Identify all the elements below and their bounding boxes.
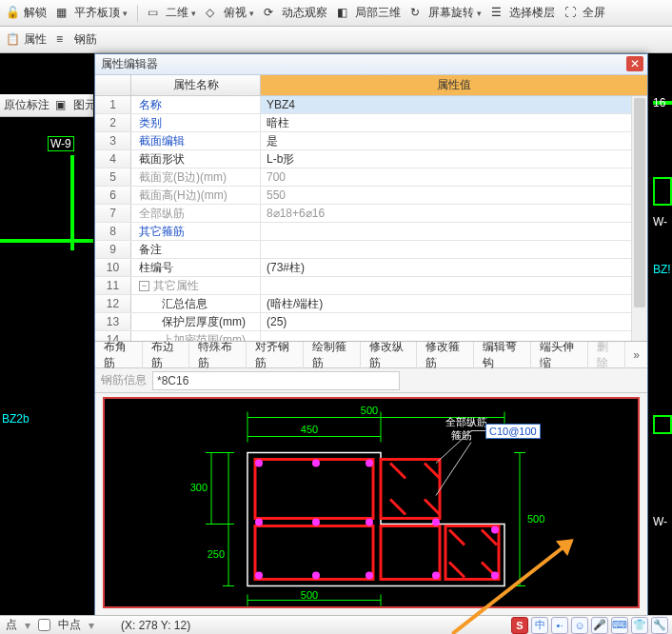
close-button[interactable]: ✕ — [626, 56, 643, 71]
property-row[interactable]: 1名称YBZ4 — [95, 96, 647, 114]
section-canvas[interactable]: 500 450 300 250 500 500 — [103, 397, 640, 608]
ime-sogou-icon[interactable]: S — [511, 617, 528, 634]
orbit-button[interactable]: ⟳动态观察 — [264, 5, 327, 21]
property-value[interactable] — [261, 223, 647, 240]
property-name: 类别 — [131, 114, 261, 131]
property-name: 柱编号 — [131, 259, 261, 276]
svg-point-39 — [312, 519, 320, 526]
svg-line-31 — [449, 530, 464, 545]
cad-viewport-left[interactable]: W-9 BZ2b — [0, 117, 93, 615]
svg-line-30 — [425, 500, 440, 515]
tab-corner-bar[interactable]: 布角筋 — [95, 342, 143, 368]
midpoint-checkbox[interactable] — [38, 619, 50, 631]
property-row[interactable]: 5截面宽(B边)(mm)700 — [95, 168, 647, 187]
tree-toggle-icon[interactable]: − — [139, 281, 149, 291]
ime-tool-icon[interactable]: 🔧 — [651, 617, 668, 634]
fullscreen-button[interactable]: ⛶全屏 — [564, 5, 605, 21]
rebar-info-input[interactable] — [152, 371, 400, 390]
ime-emoji-icon[interactable]: ☺ — [571, 617, 588, 634]
scroll-thumb[interactable] — [634, 98, 645, 307]
grid-body[interactable]: 1名称YBZ42类别暗柱3截面编辑是4截面形状L-b形5截面宽(B边)(mm)7… — [95, 96, 647, 342]
ime-keyboard-icon[interactable]: ⌨ — [611, 617, 628, 634]
ime-lang-button[interactable]: 中 — [531, 617, 548, 634]
tab-delete[interactable]: 删除 — [588, 342, 625, 368]
row-number: 7 — [95, 205, 131, 222]
property-name: 保护层厚度(mm) — [131, 313, 261, 330]
main-toolbar-1: 🔓解锁 ▦平齐板顶▾ ▭二维▾ ◇俯视▾ ⟳动态观察 ◧局部三维 ↻屏幕旋转▾ … — [0, 0, 672, 27]
property-value[interactable]: 8⌀18+6⌀16 — [261, 205, 647, 222]
ime-punct-icon[interactable]: •· — [551, 617, 568, 634]
property-value[interactable]: 是 — [261, 132, 647, 149]
dialog-title: 属性编辑器 — [101, 56, 158, 72]
property-value[interactable]: 550 — [261, 187, 647, 204]
property-value[interactable]: YBZ4 — [261, 96, 647, 113]
cad-label-2: BZ2b — [2, 412, 30, 426]
rebar-icon: ≡ — [56, 32, 71, 48]
unlock-button[interactable]: 🔓解锁 — [6, 5, 47, 21]
tab-special-bar[interactable]: 特殊布筋 — [189, 342, 247, 368]
tab-align-bar[interactable]: 对齐钢筋 — [247, 342, 304, 368]
align-slab-button[interactable]: ▦平齐板顶▾ — [56, 5, 128, 21]
tab-draw-stirrup[interactable]: 绘制箍筋 — [304, 342, 361, 368]
col-header-name[interactable]: 属性名称 — [131, 75, 261, 95]
tab-edit-hook[interactable]: 编辑弯钩 — [474, 342, 531, 368]
stirrup-edit-input[interactable]: C10@100 — [485, 424, 541, 439]
property-value[interactable]: 暗柱 — [261, 114, 647, 131]
property-row[interactable]: 6截面高(H边)(mm)550 — [95, 187, 647, 205]
property-name: 截面形状 — [131, 150, 261, 168]
2d-button[interactable]: ▭二维▾ — [148, 5, 196, 21]
property-name: 备注 — [131, 241, 261, 258]
close-icon: ✕ — [630, 57, 640, 70]
property-row[interactable]: 8其它箍筋 — [95, 223, 647, 241]
select-floor-button[interactable]: ☰选择楼层 — [491, 5, 555, 21]
property-value[interactable]: 700 — [261, 168, 647, 186]
svg-text:250: 250 — [208, 548, 225, 560]
grid-header: 属性名称 属性值 — [95, 75, 647, 96]
property-row[interactable]: 11−其它属性 — [95, 277, 647, 295]
property-value[interactable]: (暗柱/端柱) — [261, 295, 647, 312]
tabs-overflow[interactable]: » — [625, 348, 647, 362]
properties-button[interactable]: 📋属性 — [6, 31, 47, 48]
property-row[interactable]: 2类别暗柱 — [95, 114, 647, 132]
col-header-value[interactable]: 属性值 — [261, 75, 647, 95]
screen-rotate-button[interactable]: ↻屏幕旋转▾ — [410, 5, 482, 21]
tab-edge-bar[interactable]: 布边筋 — [143, 342, 190, 368]
property-row[interactable]: 3截面编辑是 — [95, 132, 647, 150]
element-button[interactable]: ▣图元 — [55, 97, 96, 113]
property-name: 截面高(H边)(mm) — [131, 187, 261, 204]
ime-voice-icon[interactable]: 🎤 — [591, 617, 608, 634]
svg-point-40 — [366, 519, 373, 526]
property-name: 汇总信息 — [131, 295, 261, 312]
tab-modify-stirrup[interactable]: 修改箍筋 — [417, 342, 474, 368]
property-value[interactable]: (25) — [261, 313, 647, 330]
property-value[interactable] — [261, 331, 647, 342]
property-value[interactable] — [261, 241, 647, 258]
property-value[interactable]: (73#柱) — [261, 259, 647, 276]
property-row[interactable]: 10柱编号(73#柱) — [95, 259, 647, 277]
property-value[interactable]: L-b形 — [261, 150, 647, 168]
property-name: 名称 — [131, 96, 261, 113]
rebar-button[interactable]: ≡钢筋 — [56, 31, 97, 48]
svg-point-44 — [432, 519, 440, 526]
property-row[interactable]: 7全部纵筋8⌀18+6⌀16 — [95, 205, 647, 223]
inplace-label-button[interactable]: 原位标注 — [4, 97, 49, 113]
property-row[interactable]: 4截面形状L-b形 — [95, 150, 647, 168]
row-number: 14 — [95, 331, 131, 342]
tab-end-extend[interactable]: 端头伸缩 — [531, 342, 588, 368]
svg-point-42 — [312, 572, 320, 580]
property-value[interactable] — [261, 277, 647, 294]
property-row[interactable]: 12汇总信息(暗柱/端柱) — [95, 295, 647, 313]
property-row[interactable]: 9备注 — [95, 241, 647, 259]
property-row[interactable]: 14上加密范围(mm) — [95, 331, 647, 342]
top-view-button[interactable]: ◇俯视▾ — [206, 5, 254, 21]
ime-skin-icon[interactable]: 👕 — [631, 617, 648, 634]
rebar-tabs: 布角筋 布边筋 特殊布筋 对齐钢筋 绘制箍筋 修改纵筋 修改箍筋 编辑弯钩 端头… — [95, 342, 647, 368]
cad-right-label: W- — [653, 515, 667, 528]
dialog-titlebar[interactable]: 属性编辑器 ✕ — [95, 54, 647, 75]
tab-modify-longitudinal[interactable]: 修改纵筋 — [361, 342, 418, 368]
cad-viewport-right[interactable]: 16 W- BZ! W- — [653, 53, 672, 615]
grid-scrollbar[interactable] — [631, 96, 647, 341]
property-row[interactable]: 13保护层厚度(mm)(25) — [95, 313, 647, 331]
local-3d-button[interactable]: ◧局部三维 — [337, 5, 401, 21]
svg-point-37 — [366, 460, 373, 467]
